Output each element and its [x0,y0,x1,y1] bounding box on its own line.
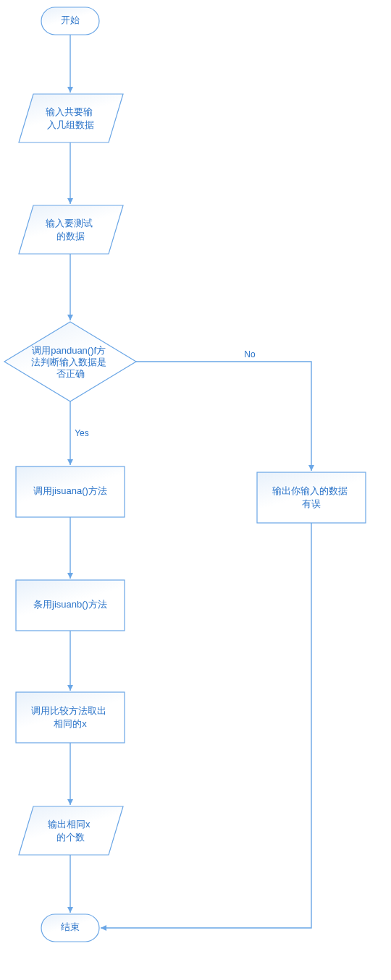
svg-rect-5 [257,472,366,523]
node-input-count: 输入共要输 入几组数据 [19,94,123,142]
node-end-label: 结束 [61,921,80,932]
edge-label-yes: Yes [75,428,89,438]
node-p2: 条用jisuanb()方法 [16,580,125,631]
node-p3: 调用比较方法取出 相同的x [16,692,125,743]
flowchart-canvas: 开始 输入共要输 入几组数据 输入要测试 的数据 调用panduan()f方 法… [0,0,391,980]
node-end: 结束 [41,914,99,942]
svg-marker-1 [19,94,123,142]
edge-err-to-end [101,523,311,928]
node-p1-label: 调用jisuana()方法 [33,485,107,496]
node-decision: 调用panduan()f方 法判断输入数据是 否正确 [4,322,136,401]
node-start: 开始 [41,7,99,35]
svg-marker-2 [19,205,123,254]
edge-dec-no [136,362,311,471]
svg-marker-8 [19,806,123,855]
node-p2-label: 条用jisuanb()方法 [33,599,107,610]
svg-rect-7 [16,692,125,743]
node-start-label: 开始 [61,14,80,25]
edge-label-no: No [244,349,256,359]
node-output: 输出相同x 的个数 [19,806,123,855]
node-p1: 调用jisuana()方法 [16,466,125,517]
node-error: 输出你输入的数据 有误 [257,472,366,523]
node-input-data: 输入要测试 的数据 [19,205,123,254]
